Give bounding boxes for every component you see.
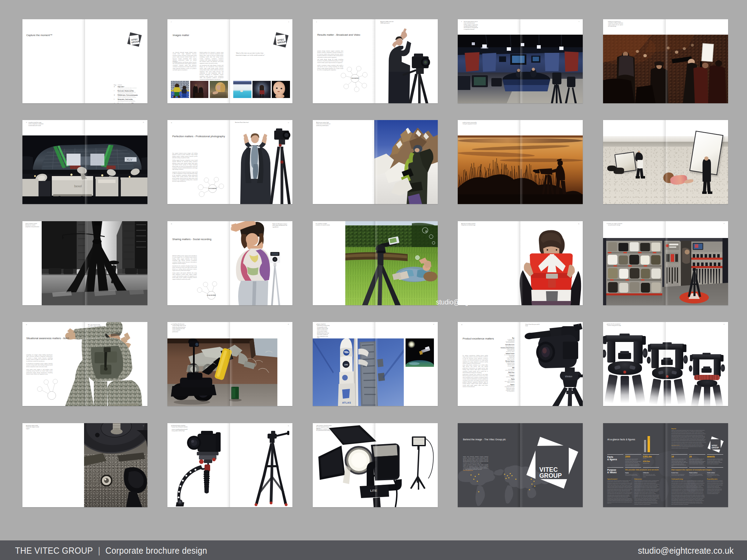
svg-text:ATLAS: ATLAS bbox=[342, 401, 351, 404]
svg-text:bexel: bexel bbox=[74, 184, 82, 188]
svg-text:GROUP: GROUP bbox=[539, 472, 562, 479]
svg-text:LRO: LRO bbox=[344, 364, 348, 366]
svg-text:XLV: XLV bbox=[126, 158, 132, 161]
svg-text:GROUP: GROUP bbox=[712, 447, 719, 449]
svg-text:Vinten: Vinten bbox=[565, 375, 572, 378]
